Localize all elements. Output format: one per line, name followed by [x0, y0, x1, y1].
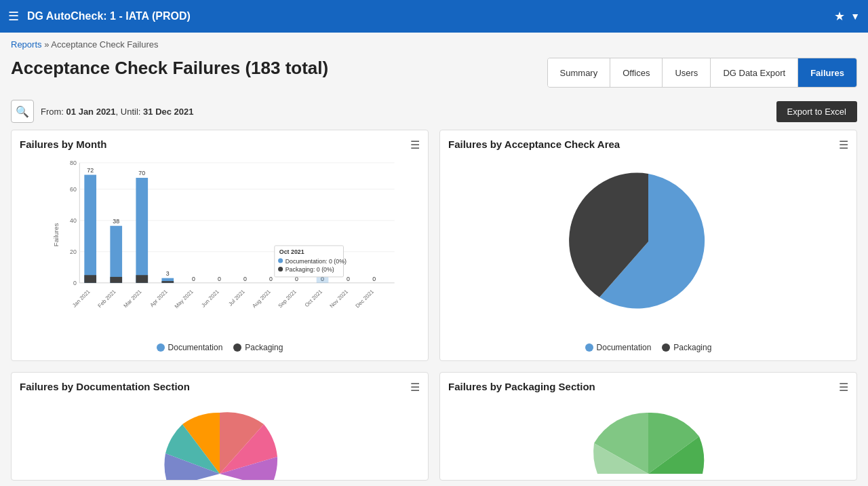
tab-summary[interactable]: Summary [548, 58, 611, 87]
search-button[interactable]: 🔍 [11, 100, 34, 123]
legend-packaging: Packaging [233, 343, 283, 352]
pkg-section-chart-area [448, 399, 848, 481]
bar-jan-pkg [84, 275, 96, 283]
svg-text:Oct 2021: Oct 2021 [279, 248, 304, 255]
until-label: Until: [121, 107, 141, 117]
svg-text:72: 72 [87, 167, 94, 174]
svg-text:Sep 2021: Sep 2021 [277, 288, 298, 310]
page-title: Acceptance Check Failures (183 total) [11, 58, 328, 79]
from-date: 01 Jan 2021 [66, 107, 116, 117]
bar-apr-pkg [161, 281, 174, 283]
pie-legend-documentation-dot [585, 343, 593, 352]
svg-text:Aug 2021: Aug 2021 [251, 288, 272, 310]
pkg-section-chart-title: Failures by Packaging Section [448, 381, 848, 392]
date-range-label: From: 01 Jan 2021, Until: 31 Dec 2021 [41, 107, 194, 117]
menu-icon[interactable]: ☰ [8, 9, 19, 24]
legend-documentation-dot [157, 343, 165, 352]
svg-point-39 [278, 267, 283, 272]
star-icon[interactable]: ★ [834, 9, 845, 24]
svg-text:0: 0 [73, 280, 77, 286]
bar-mar-pkg [136, 275, 148, 283]
charts-row-2: Failures by Documentation Section ☰ Fail… [11, 372, 857, 481]
svg-text:0: 0 [269, 276, 273, 282]
svg-text:Mar 2021: Mar 2021 [123, 288, 144, 310]
svg-text:Apr 2021: Apr 2021 [149, 288, 170, 309]
svg-text:80: 80 [70, 160, 77, 166]
svg-text:Dec 2021: Dec 2021 [355, 288, 376, 310]
pie-chart-title: Failures by Acceptance Check Area [448, 138, 848, 150]
main-content: Failures by Month ☰ Failures 0 [0, 130, 868, 481]
svg-text:Packaging: 0 (0%): Packaging: 0 (0%) [285, 266, 334, 273]
pie-chart-menu-icon[interactable]: ☰ [839, 138, 848, 151]
breadcrumb: Reports » Acceptance Check Failures [0, 33, 868, 52]
svg-text:Jul 2021: Jul 2021 [227, 288, 246, 307]
breadcrumb-parent-link[interactable]: Reports [11, 39, 42, 50]
doc-section-svg [145, 399, 294, 481]
bar-chart-svg: Failures 0 20 40 60 80 [47, 157, 406, 313]
bar-feb-doc [110, 226, 122, 283]
y-axis-label: Failures [52, 223, 60, 247]
bar-chart-card: Failures by Month ☰ Failures 0 [11, 130, 429, 361]
pie-legend-packaging-dot [662, 343, 670, 352]
svg-text:Documentation: 0 (0%): Documentation: 0 (0%) [285, 258, 347, 265]
tabs-container: Summary Offices Users DG Data Export Fai… [547, 58, 857, 88]
pie-chart-card: Failures by Acceptance Check Area ☰ [439, 130, 857, 361]
svg-text:70: 70 [138, 170, 145, 176]
bar-chart-menu-icon[interactable]: ☰ [410, 138, 420, 151]
breadcrumb-separator: » [44, 39, 49, 50]
svg-text:38: 38 [113, 218, 119, 225]
doc-section-chart-card: Failures by Documentation Section ☰ [11, 372, 429, 481]
legend-packaging-label: Packaging [245, 343, 283, 352]
tab-users[interactable]: Users [663, 58, 711, 87]
charts-row-1: Failures by Month ☰ Failures 0 [11, 130, 857, 361]
doc-section-menu-icon[interactable]: ☰ [410, 381, 420, 394]
pie-legend-documentation-label: Documentation [597, 343, 652, 352]
breadcrumb-current: Acceptance Check Failures [51, 39, 158, 50]
tab-offices[interactable]: Offices [610, 58, 663, 87]
tab-dg-data-export[interactable]: DG Data Export [711, 58, 798, 87]
tab-failures[interactable]: Failures [798, 58, 856, 87]
legend-documentation: Documentation [157, 343, 223, 352]
filter-left: 🔍 From: 01 Jan 2021, Until: 31 Dec 2021 [11, 100, 194, 123]
top-bar-icons: ★ ▼ [834, 9, 860, 24]
svg-text:Feb 2021: Feb 2021 [97, 288, 118, 310]
pie-chart-area [448, 157, 848, 340]
doc-section-chart-title: Failures by Documentation Section [20, 381, 420, 392]
svg-text:Oct 2021: Oct 2021 [304, 288, 324, 309]
until-date: 31 Dec 2021 [143, 107, 193, 117]
svg-text:0: 0 [243, 276, 247, 282]
doc-section-chart-area [20, 399, 420, 481]
bar-chart-title: Failures by Month [20, 138, 420, 150]
bar-jan-doc [84, 175, 96, 283]
pie-chart-legend: Documentation Packaging [448, 343, 848, 352]
bar-chart-area: Failures 0 20 40 60 80 [20, 157, 420, 340]
pkg-section-menu-icon[interactable]: ☰ [839, 381, 848, 394]
svg-point-37 [278, 259, 283, 263]
svg-text:20: 20 [70, 248, 77, 255]
chevron-down-icon[interactable]: ▼ [850, 11, 860, 22]
top-bar: ☰ DG AutoCheck: 1 - IATA (PROD) ★ ▼ [0, 0, 868, 33]
pie-legend-packaging-label: Packaging [673, 343, 711, 352]
svg-text:0: 0 [192, 276, 195, 282]
svg-text:Jun 2021: Jun 2021 [200, 288, 220, 309]
svg-text:40: 40 [70, 217, 77, 224]
svg-text:Nov 2021: Nov 2021 [329, 288, 350, 310]
pkg-section-svg [574, 399, 723, 481]
svg-text:Jan 2021: Jan 2021 [71, 288, 92, 309]
svg-text:0: 0 [218, 276, 221, 282]
app-title: DG AutoCheck: 1 - IATA (PROD) [27, 10, 826, 22]
from-label: From: [41, 107, 64, 117]
filter-bar: 🔍 From: 01 Jan 2021, Until: 31 Dec 2021 … [0, 96, 868, 130]
pie-legend-documentation: Documentation [585, 343, 652, 352]
svg-text:0: 0 [372, 276, 376, 282]
bar-mar-doc [136, 178, 148, 283]
pkg-section-chart-card: Failures by Packaging Section ☰ [439, 372, 857, 481]
legend-packaging-dot [233, 343, 241, 352]
svg-text:60: 60 [70, 186, 77, 193]
svg-text:0: 0 [347, 276, 350, 282]
page-header: Acceptance Check Failures (183 total) Su… [0, 52, 868, 96]
pie-legend-packaging: Packaging [662, 343, 711, 352]
export-excel-button[interactable]: Export to Excel [776, 101, 857, 122]
bar-chart-legend: Documentation Packaging [20, 343, 420, 352]
pie-chart-svg [553, 160, 743, 337]
